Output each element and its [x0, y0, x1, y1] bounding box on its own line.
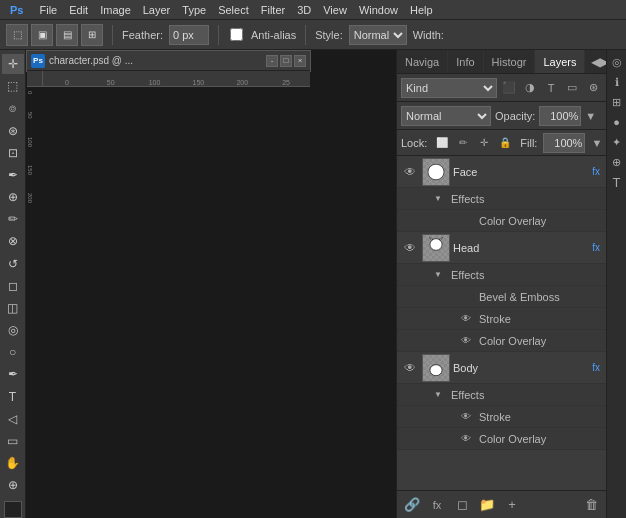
body-color-overlay-item[interactable]: 👁 Color Overlay — [397, 428, 606, 450]
filter-adj-icon[interactable]: ◑ — [521, 79, 539, 97]
gradient-tool[interactable]: ◫ — [2, 298, 24, 318]
layer-body[interactable]: 👁 Body fx — [397, 352, 606, 384]
face-visibility[interactable]: 👁 — [401, 163, 419, 181]
menu-file[interactable]: File — [33, 4, 63, 16]
close-btn[interactable]: × — [294, 55, 306, 67]
lock-position-btn[interactable]: ✛ — [475, 134, 493, 152]
head-visibility[interactable]: 👁 — [401, 239, 419, 257]
fill-input[interactable] — [543, 133, 585, 153]
head-effects-arrow[interactable]: ▼ — [429, 266, 447, 284]
face-effects-arrow[interactable]: ▼ — [429, 190, 447, 208]
face-color-overlay-vis[interactable] — [457, 212, 475, 230]
body-visibility[interactable]: 👁 — [401, 359, 419, 377]
right-icon-3[interactable]: ⊞ — [609, 94, 625, 110]
head-stroke-item[interactable]: 👁 Stroke — [397, 308, 606, 330]
body-effects-arrow[interactable]: ▼ — [429, 386, 447, 404]
menu-type[interactable]: Type — [176, 4, 212, 16]
type-tool[interactable]: T — [2, 387, 24, 407]
right-icon-t[interactable]: T — [609, 174, 625, 190]
pen-tool[interactable]: ✒ — [2, 364, 24, 384]
tool-opt2[interactable]: ▤ — [56, 24, 78, 46]
blur-tool[interactable]: ◎ — [2, 320, 24, 340]
filter-pixel-icon[interactable]: ⬛ — [500, 79, 518, 97]
feather-input[interactable] — [169, 25, 209, 45]
menu-3d[interactable]: 3D — [291, 4, 317, 16]
body-color-overlay-vis[interactable]: 👁 — [457, 430, 475, 448]
face-fx-badge[interactable]: fx — [590, 166, 602, 177]
eraser-tool[interactable]: ◻ — [2, 276, 24, 296]
marquee-tool[interactable]: ⬚ — [6, 24, 28, 46]
head-color-overlay-item[interactable]: 👁 Color Overlay — [397, 330, 606, 352]
filter-kind-select[interactable]: Kind — [401, 78, 497, 98]
fx-btn[interactable]: fx — [426, 494, 448, 516]
tab-layers[interactable]: Layers — [535, 50, 585, 73]
menu-view[interactable]: View — [317, 4, 353, 16]
zoom-tool[interactable]: ⊕ — [2, 475, 24, 495]
tab-info[interactable]: Info — [448, 50, 483, 73]
fill-dropdown-icon[interactable]: ▼ — [591, 137, 602, 149]
head-bevel-vis[interactable] — [457, 288, 475, 306]
body-stroke-vis[interactable]: 👁 — [457, 408, 475, 426]
filter-smart-icon[interactable]: ⊛ — [584, 79, 602, 97]
shape-tool[interactable]: ▭ — [2, 431, 24, 451]
right-icon-2[interactable]: ℹ — [609, 74, 625, 90]
history-tool[interactable]: ↺ — [2, 254, 24, 274]
minimize-btn[interactable]: - — [266, 55, 278, 67]
new-layer-btn[interactable]: + — [501, 494, 523, 516]
tool-opt1[interactable]: ▣ — [31, 24, 53, 46]
tab-histogram[interactable]: Histogr — [484, 50, 536, 73]
right-icon-1[interactable]: ◎ — [609, 54, 625, 70]
maximize-btn[interactable]: □ — [280, 55, 292, 67]
fg-color[interactable] — [4, 501, 22, 518]
menu-help[interactable]: Help — [404, 4, 439, 16]
menu-edit[interactable]: Edit — [63, 4, 94, 16]
delete-layer-btn[interactable]: 🗑 — [580, 494, 602, 516]
filter-shape-icon[interactable]: ▭ — [563, 79, 581, 97]
head-bevel-item[interactable]: Bevel & Emboss — [397, 286, 606, 308]
head-color-overlay-vis[interactable]: 👁 — [457, 332, 475, 350]
face-effects-item[interactable]: ▼ Effects — [397, 188, 606, 210]
add-mask-btn[interactable]: ◻ — [451, 494, 473, 516]
new-group-btn[interactable]: 📁 — [476, 494, 498, 516]
layer-head[interactable]: 👁 Head fx — [397, 232, 606, 264]
tool-opt3[interactable]: ⊞ — [81, 24, 103, 46]
menu-layer[interactable]: Layer — [137, 4, 177, 16]
lock-all-btn[interactable]: 🔒 — [496, 134, 514, 152]
face-color-overlay-item[interactable]: Color Overlay — [397, 210, 606, 232]
marquee-tool-left[interactable]: ⬚ — [2, 76, 24, 96]
lock-pixels-btn[interactable]: ✏ — [454, 134, 472, 152]
head-fx-badge[interactable]: fx — [590, 242, 602, 253]
tab-navigate[interactable]: Naviga — [397, 50, 448, 73]
lock-transparent-btn[interactable]: ⬜ — [433, 134, 451, 152]
right-icon-5[interactable]: ✦ — [609, 134, 625, 150]
right-icon-6[interactable]: ⊕ — [609, 154, 625, 170]
anti-alias-checkbox[interactable] — [230, 28, 243, 41]
clone-tool[interactable]: ⊗ — [2, 231, 24, 251]
body-effects-item[interactable]: ▼ Effects — [397, 384, 606, 406]
healing-tool[interactable]: ⊕ — [2, 187, 24, 207]
crop-tool[interactable]: ⊡ — [2, 143, 24, 163]
brush-tool[interactable]: ✏ — [2, 209, 24, 229]
menu-select[interactable]: Select — [212, 4, 255, 16]
filter-type-icon[interactable]: T — [542, 79, 560, 97]
opacity-input[interactable] — [539, 106, 581, 126]
hand-tool[interactable]: ✋ — [2, 453, 24, 473]
right-icon-4[interactable]: ● — [609, 114, 625, 130]
lasso-tool[interactable]: ⌾ — [2, 98, 24, 118]
quick-select-tool[interactable]: ⊛ — [2, 121, 24, 141]
menu-image[interactable]: Image — [94, 4, 137, 16]
head-stroke-vis[interactable]: 👁 — [457, 310, 475, 328]
opacity-dropdown-icon[interactable]: ▼ — [585, 110, 596, 122]
style-select[interactable]: Normal — [349, 25, 407, 45]
blend-mode-select[interactable]: Normal — [401, 106, 491, 126]
menu-window[interactable]: Window — [353, 4, 404, 16]
dodge-tool[interactable]: ○ — [2, 342, 24, 362]
menu-filter[interactable]: Filter — [255, 4, 291, 16]
layer-face[interactable]: 👁 Face fx — [397, 156, 606, 188]
path-tool[interactable]: ◁ — [2, 409, 24, 429]
body-fx-badge[interactable]: fx — [590, 362, 602, 373]
eyedropper-tool[interactable]: ✒ — [2, 165, 24, 185]
body-stroke-item[interactable]: 👁 Stroke — [397, 406, 606, 428]
link-layers-btn[interactable]: 🔗 — [401, 494, 423, 516]
head-effects-item[interactable]: ▼ Effects — [397, 264, 606, 286]
